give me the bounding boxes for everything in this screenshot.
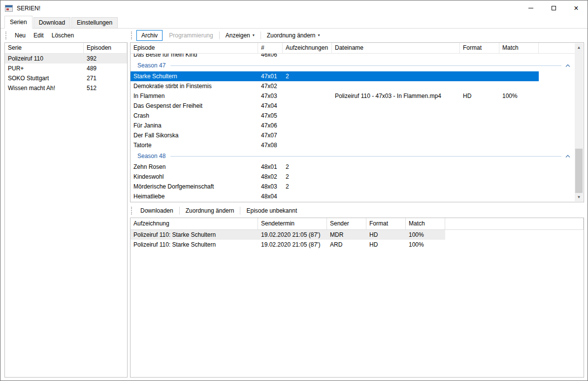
column-header-format[interactable]: Format	[366, 218, 406, 229]
window-controls: ×	[520, 0, 588, 16]
sendetermin-cell: 19.02.2020 21:05 (87')	[258, 230, 327, 240]
tab-serien[interactable]: Serien	[4, 16, 33, 29]
episode-row[interactable]: Mörderische Dorfgemeinschaft48x032	[131, 182, 539, 191]
scrollbar-thumb[interactable]	[575, 149, 583, 193]
scrollbar-track[interactable]	[575, 52, 583, 193]
toolbar-grip-icon[interactable]	[5, 32, 8, 39]
recording-row[interactable]: Polizeiruf 110: Starke Schultern19.02.20…	[131, 230, 445, 240]
episode-cell: Das Beste für mein Kind	[131, 54, 258, 60]
episode-row[interactable]: Demokratie stirbt in Finsternis47x02	[131, 81, 539, 91]
match-cell	[499, 172, 539, 182]
column-header-sendetermin[interactable]: Sendetermin	[258, 218, 327, 229]
series-row[interactable]: PUR+489	[5, 64, 127, 73]
edit-button[interactable]: Edit	[30, 30, 48, 41]
series-row[interactable]: SOKO Stuttgart271	[5, 73, 127, 83]
chevron-up-icon[interactable]	[565, 155, 570, 158]
column-header-filler	[539, 43, 575, 53]
episode-row[interactable]: Zehn Rosen48x012	[131, 162, 539, 172]
format-cell	[460, 121, 499, 130]
tab-download[interactable]: Download	[33, 17, 70, 29]
archiv-button[interactable]: Archiv	[136, 30, 163, 41]
episoden-cell: 512	[84, 83, 127, 93]
match-cell	[499, 111, 539, 121]
episode-row[interactable]: Das Beste für mein Kind46x06	[131, 54, 539, 60]
number-cell: 47x08	[258, 140, 283, 150]
episodes-toolbar: Archiv Programmierung Anzeigen ▾ Zuordnu…	[130, 29, 584, 42]
aufzeichnungen-cell	[283, 81, 332, 91]
column-header-episode[interactable]: Episode	[131, 43, 258, 53]
season-label: Season 47	[137, 62, 165, 69]
dateiname-cell	[332, 172, 460, 182]
dateiname-cell	[332, 162, 460, 172]
number-cell: 46x06	[258, 54, 283, 60]
vertical-scrollbar[interactable]: ▲ ▼	[575, 43, 583, 201]
episode-row[interactable]: Heimatliebe48x04	[131, 191, 539, 201]
match-cell: 100%	[406, 230, 445, 240]
episode-unbekannt-button[interactable]: Episode unbekannt	[242, 205, 301, 216]
episode-rows: Das Beste für mein Kind46x06Season 47Sta…	[131, 54, 575, 202]
close-button[interactable]: ×	[565, 0, 588, 16]
recordings-list: Aufzeichnung Sendetermin Sender Format M…	[130, 218, 584, 378]
series-row[interactable]: Wissen macht Ah!512	[5, 83, 127, 93]
scroll-up-button[interactable]: ▲	[575, 43, 583, 52]
app-window: { "window": { "title": "SERIEN!" }, "ico…	[0, 0, 588, 381]
tab-einstellungen[interactable]: Einstellungen	[71, 17, 118, 29]
season-group-header[interactable]: Season 48	[131, 150, 575, 162]
chevron-down-icon: ▾	[318, 33, 320, 37]
loeschen-button[interactable]: Löschen	[48, 30, 78, 41]
column-header-match[interactable]: Match	[499, 43, 539, 53]
chevron-up-icon[interactable]	[565, 64, 570, 67]
episode-row[interactable]: Crash47x05	[131, 111, 539, 121]
series-row[interactable]: Polizeiruf 110392	[5, 54, 127, 64]
episode-row[interactable]: In Flammen47x03Polizeiruf 110 - 47x03 - …	[131, 91, 539, 101]
episode-row[interactable]: Starke Schultern47x012	[131, 71, 539, 81]
zuordnung-aendern-dropdown[interactable]: Zuordnung ändern ▾	[263, 30, 324, 41]
season-label: Season 48	[137, 153, 165, 159]
toolbar-separator	[219, 32, 220, 39]
episode-row[interactable]: Der Fall Sikorska47x07	[131, 130, 539, 140]
season-group-header[interactable]: Season 47	[131, 60, 575, 71]
column-header-aufzeichnungen[interactable]: Aufzeichnungen	[283, 43, 332, 53]
format-cell: HD	[460, 91, 499, 101]
episode-row[interactable]: Für Janina47x06	[131, 121, 539, 130]
series-toolbar: Neu Edit Löschen	[4, 29, 128, 42]
aufzeichnungen-cell: 2	[283, 162, 332, 172]
column-header-sender[interactable]: Sender	[327, 218, 366, 229]
toolbar-grip-icon[interactable]	[131, 207, 133, 215]
minimize-button[interactable]	[520, 0, 542, 16]
aufzeichnungen-cell	[283, 121, 332, 130]
dateiname-cell	[332, 182, 460, 191]
app-icon	[5, 5, 13, 12]
episode-row[interactable]: Das Gespenst der Freiheit47x04	[131, 101, 539, 111]
downloaden-button[interactable]: Downloaden	[136, 205, 177, 216]
column-header-number[interactable]: #	[258, 43, 283, 53]
number-cell: 47x03	[258, 91, 283, 101]
toolbar-grip-icon[interactable]	[131, 32, 133, 39]
recording-row[interactable]: Polizeiruf 110: Starke Schultern19.02.20…	[131, 240, 445, 250]
neu-button[interactable]: Neu	[11, 30, 30, 41]
aufzeichnungen-cell	[283, 54, 332, 60]
maximize-button[interactable]	[542, 0, 565, 16]
column-header-format[interactable]: Format	[460, 43, 499, 53]
episode-cell: Demokratie stirbt in Finsternis	[131, 81, 258, 91]
number-cell: 47x06	[258, 121, 283, 130]
column-header-serie[interactable]: Serie	[5, 43, 84, 53]
sendetermin-cell: 19.02.2020 21:05 (87')	[258, 240, 327, 250]
column-header-episoden[interactable]: Episoden	[84, 43, 127, 53]
recordings-list-header: Aufzeichnung Sendetermin Sender Format M…	[131, 218, 584, 230]
column-header-match[interactable]: Match	[406, 218, 445, 229]
number-cell: 47x04	[258, 101, 283, 111]
programmierung-button[interactable]: Programmierung	[165, 30, 217, 41]
anzeigen-dropdown[interactable]: Anzeigen ▾	[222, 30, 259, 41]
episode-cell: Crash	[131, 111, 258, 121]
dateiname-cell	[332, 81, 460, 91]
aufzeichnungen-cell	[283, 191, 332, 201]
episode-row[interactable]: Kindeswohl48x022	[131, 172, 539, 182]
column-header-dateiname[interactable]: Dateiname	[332, 43, 460, 53]
serie-cell: SOKO Stuttgart	[5, 73, 84, 83]
scroll-down-button[interactable]: ▼	[575, 193, 583, 201]
column-header-aufzeichnung[interactable]: Aufzeichnung	[131, 218, 258, 229]
zuordnung-aendern-button[interactable]: Zuordnung ändern	[182, 205, 238, 216]
episode-row[interactable]: Tatorte47x08	[131, 140, 539, 150]
aufzeichnungen-cell	[283, 130, 332, 140]
